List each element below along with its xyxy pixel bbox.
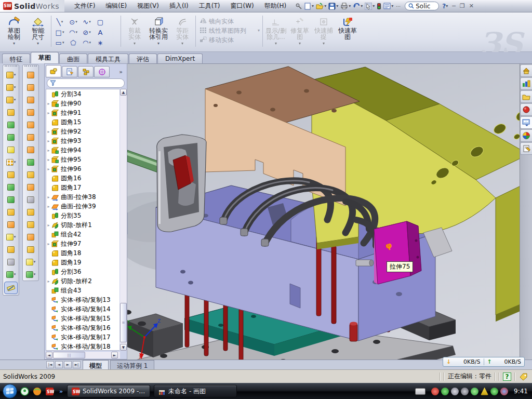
configuration-manager-tab[interactable] — [78, 66, 94, 77]
property-manager-tab[interactable] — [62, 66, 77, 77]
expand-icon[interactable]: ▸ — [46, 111, 51, 115]
dimxpert-manager-tab[interactable] — [94, 66, 110, 77]
feature-tool-icon[interactable] — [3, 181, 19, 193]
rapid-sketch-button[interactable]: 快速草图 — [336, 15, 360, 49]
tree-item-分割35[interactable]: 分割35 — [46, 211, 119, 220]
tree-item-实体-移动/复制17[interactable]: 实体-移动/复制17 — [46, 332, 119, 342]
tree-item-切除-放样2[interactable]: ▸切除-放样2 — [46, 276, 119, 286]
tab-特征[interactable]: 特征 — [2, 54, 30, 63]
menu-item-5[interactable]: 窗口(W) — [225, 0, 258, 12]
restore-button[interactable]: ❐ — [460, 3, 465, 9]
feature-tool-icon[interactable] — [3, 256, 19, 268]
taskbar-task-solidworks[interactable]: SWSolidWorks 2009 - ... — [67, 385, 150, 397]
tree-item-拉伸96[interactable]: ▸拉伸96 — [46, 164, 119, 174]
slot-tool-button[interactable]: ▭▾ — [53, 37, 66, 48]
menu-item-2[interactable]: 视图(V) — [132, 0, 164, 12]
save-button[interactable]: ▾ — [327, 1, 339, 11]
tree-item-实体-移动/复制16[interactable]: 实体-移动/复制16 — [46, 323, 119, 332]
expand-icon[interactable]: ▸ — [46, 101, 51, 106]
new-doc-button[interactable]: ▾ — [303, 1, 315, 11]
minimize-button[interactable]: ─ — [452, 3, 456, 9]
viewport-canvas[interactable]: φ — [127, 63, 532, 360]
feature-tool-icon[interactable] — [3, 143, 19, 156]
tree-item-拉伸93[interactable]: ▸拉伸93 — [46, 136, 119, 145]
expand-icon[interactable]: ▸ — [46, 139, 51, 143]
options-button[interactable]: ▾ — [382, 1, 394, 11]
tree-hscroll-right[interactable]: ► — [111, 352, 118, 358]
feature-tool-icon[interactable] — [23, 243, 38, 256]
tree-item-拉伸91[interactable]: ▸拉伸91 — [46, 108, 119, 117]
feature-tool-icon[interactable] — [3, 193, 19, 206]
feature-tool-icon[interactable]: ▾ — [23, 256, 38, 268]
feature-tool-icon[interactable] — [3, 131, 19, 143]
feature-tool-icon[interactable]: ▾ — [23, 268, 38, 281]
toolbar-grip[interactable] — [5, 65, 17, 68]
update-icon[interactable] — [500, 388, 508, 395]
tree-item-分割36[interactable]: 分割36 — [46, 267, 119, 276]
tree-filter-input[interactable] — [47, 78, 125, 88]
security-red-icon[interactable] — [431, 388, 439, 395]
service-icon[interactable] — [451, 388, 459, 395]
tab-曲面[interactable]: 曲面 — [59, 54, 87, 63]
tree-vscroll-thumb[interactable]: ≡ — [120, 303, 127, 342]
spline-tool-button[interactable]: ∿▾ — [80, 17, 94, 27]
smart-dimension-button[interactable]: 智能尺寸▾ — [26, 15, 50, 49]
display-relations-button[interactable]: ⊥显示/删除几...▾ — [264, 15, 288, 49]
tab-nav-1[interactable]: ◄ — [55, 361, 63, 368]
tree-item-圆角17[interactable]: 圆角17 — [46, 183, 119, 192]
tree-item-切除-放样1[interactable]: ▸切除-放样1 — [46, 220, 119, 230]
feature-tool-icon[interactable] — [3, 118, 19, 131]
antivirus-icon[interactable] — [490, 388, 498, 395]
pattern-caret-icon[interactable]: ▾ — [258, 28, 260, 33]
input-method-icon[interactable] — [415, 388, 425, 395]
feature-tool-icon[interactable] — [23, 193, 38, 206]
arc-tool-button[interactable]: ◠▾ — [66, 27, 80, 37]
tree-hscroll-left[interactable]: ◄ — [46, 352, 52, 358]
tree-item-组合42[interactable]: 组合42 — [46, 230, 119, 239]
feature-manager-tab[interactable] — [46, 65, 61, 77]
measure-tool-button[interactable] — [4, 282, 18, 294]
zoom-area-button[interactable]: + — [264, 63, 273, 64]
offset-entities-button[interactable]: 等距实体▾ — [170, 15, 194, 49]
expand-icon[interactable]: ▸ — [46, 195, 51, 200]
overflow-button[interactable]: ⋯ — [394, 1, 403, 11]
tab-草图[interactable]: 草图 — [31, 52, 59, 63]
feature-tool-icon[interactable] — [23, 118, 38, 131]
guide-pin[interactable] — [356, 260, 374, 266]
view-settings-button[interactable] — [285, 63, 294, 64]
net-speed-widget[interactable]: ↓0KB/S ↑0KB/S — [443, 357, 525, 367]
expand-icon[interactable]: ▸ — [46, 223, 51, 228]
open-button[interactable]: ▾ — [315, 1, 327, 11]
search-tab[interactable] — [520, 103, 532, 116]
tree-item-实体-移动/复制18[interactable]: 实体-移动/复制18 — [46, 342, 119, 351]
appearances-button[interactable]: ▾ — [334, 63, 344, 64]
feature-tool-icon[interactable] — [23, 94, 38, 106]
tree-item-组合43[interactable]: 组合43 — [46, 286, 119, 295]
feature-tool-icon[interactable] — [23, 131, 38, 143]
tree-item-实体-移动/复制13[interactable]: 实体-移动/复制13 — [46, 295, 119, 304]
file-explorer-tab[interactable] — [520, 90, 532, 103]
tab-nav-0[interactable]: |◄ — [46, 361, 54, 368]
feature-tool-icon[interactable] — [3, 218, 19, 231]
browser-icon[interactable] — [33, 387, 42, 396]
rectangle-tool-button[interactable]: □▾ — [53, 27, 66, 37]
tree-item-拉伸92[interactable]: ▸拉伸92 — [46, 127, 119, 136]
volume-icon[interactable] — [461, 388, 469, 395]
feature-tool-icon[interactable] — [23, 143, 38, 156]
feature-tool-icon[interactable] — [23, 168, 38, 181]
tree-item-圆角19[interactable]: 圆角19 — [46, 258, 119, 267]
tree-item-分割34[interactable]: 分割34 — [46, 89, 119, 99]
tab-nav-3[interactable]: ►| — [73, 361, 81, 368]
panel-more-button[interactable]: » — [119, 69, 126, 77]
doc-close-button[interactable]: ✕ — [509, 63, 514, 64]
feature-tool-icon[interactable] — [23, 181, 38, 193]
selection-box-button[interactable]: ▢ — [94, 17, 107, 27]
section-view-button[interactable] — [275, 63, 284, 64]
taskbar-task-paint[interactable]: 未命名 - 画图 — [154, 385, 237, 397]
feature-tool-icon[interactable] — [23, 206, 38, 218]
feature-tool-icon[interactable] — [3, 168, 19, 181]
tree-item-拉伸95[interactable]: ▸拉伸95 — [46, 155, 119, 164]
close-button[interactable]: ✕ — [469, 3, 474, 9]
feature-tool-icon[interactable]: ▾ — [3, 156, 19, 168]
menu-item-0[interactable]: 文件(F) — [70, 0, 100, 12]
